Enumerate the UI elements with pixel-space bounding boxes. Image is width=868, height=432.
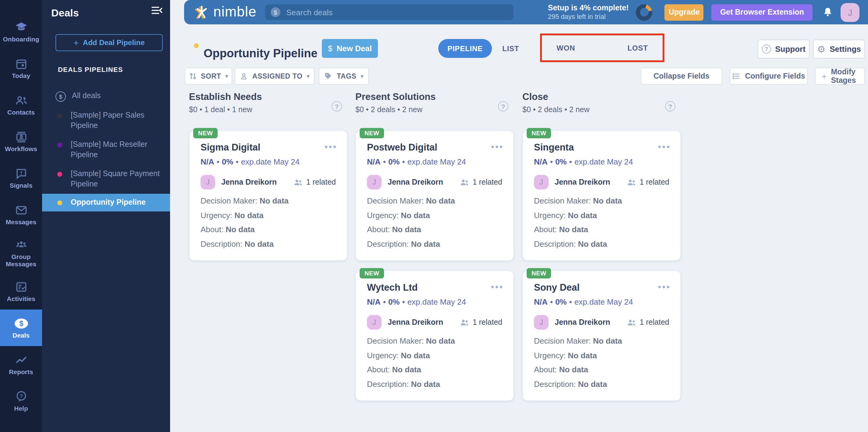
pipeline-label: All deals [72,91,101,101]
deal-fields: Decision Maker: No data Urgency: No data… [534,197,669,248]
sidebar-item-reports[interactable]: Reports [0,346,42,383]
related-contacts[interactable]: 1 related [293,178,336,187]
column-summary: $0 • 2 deals • 2 new [522,105,681,114]
collapse-panel-icon[interactable] [151,5,163,18]
more-options-icon[interactable] [491,142,502,148]
pipeline-item-mac-reseller[interactable]: [Sample] Mac Reseller Pipeline [42,135,170,165]
question-icon: ? [762,44,771,54]
owner-name: Jenna Dreikorn [221,178,277,187]
settings-button[interactable]: ⚙ Settings [813,40,865,59]
collapse-fields-label: Collapse Fields [653,72,709,80]
related-contacts[interactable]: 1 related [627,318,669,327]
person-icon [240,72,248,80]
tab-pipeline[interactable]: PIPELINE [438,39,492,58]
sort-dropdown[interactable]: SORT ▾ [185,68,232,85]
rail-label: Messages [6,219,36,226]
modify-stages-label: Modify Stages [831,68,858,85]
app: Onboarding Today Contacts Workflows Sign… [0,0,868,432]
sidebar-item-signals[interactable]: Signals [0,160,42,196]
column-help-icon[interactable]: ? [665,101,675,111]
related-contacts[interactable]: 1 related [460,318,502,327]
deal-meta: N/A•0%•exp.date May 24 [534,157,669,166]
pipeline-color-dot [57,142,62,147]
pipeline-color-dot [57,113,62,118]
configure-fields-button[interactable]: Configure Fields [730,68,808,85]
people-icon [460,319,470,326]
tab-list[interactable]: LIST [502,39,519,58]
group-icon [14,238,28,252]
new-badge: NEW [193,128,218,138]
sidebar-item-contacts[interactable]: Contacts [0,87,42,123]
related-count: 1 related [306,178,336,187]
sort-label: SORT [201,72,221,80]
related-contacts[interactable]: 1 related [627,178,669,187]
pipeline-label: [Sample] Paper Sales Pipeline [71,110,164,131]
more-options-icon[interactable] [658,282,669,288]
tags-dropdown[interactable]: TAGS ▾ [319,68,369,85]
sidebar-item-messages[interactable]: Messages [0,196,42,233]
deal-card-postweb-digital[interactable]: NEW Postweb Digital N/A•0%•exp.date May … [355,130,514,261]
column-help-icon[interactable]: ? [332,101,342,111]
pipeline-item-opportunity[interactable]: Opportunity Pipeline [42,194,170,211]
support-button[interactable]: ? Support [758,40,809,59]
sidebar-item-today[interactable]: Today [0,50,42,87]
people-icon [14,94,28,107]
more-options-icon[interactable] [491,282,502,288]
rail-label: Help [14,405,28,412]
deal-fields: Decision Maker: No data Urgency: No data… [367,337,502,389]
add-deal-pipeline-button[interactable]: + Add Deal Pipeline [56,34,163,51]
tab-lost[interactable]: LOST [627,43,648,52]
tab-won[interactable]: WON [557,43,575,52]
column-help-icon[interactable]: ? [498,101,508,111]
column-header: Present Solutions $0 • 2 deals • 2 new ? [355,91,514,127]
sidebar-item-activities[interactable]: Activities [0,273,42,309]
pipeline-color-dot [57,200,62,205]
new-badge: NEW [527,268,551,278]
more-options-icon[interactable] [658,142,669,148]
pipelines-section-header: DEALS PIPELINES [58,66,123,73]
deal-name: Singenta [534,142,574,153]
plus-icon: + [822,71,827,81]
deal-meta: N/A•0%•exp.date May 24 [534,297,669,306]
pipeline-item-square-payment[interactable]: [Sample] Square Payment Pipeline [42,165,170,194]
page-title: Opportunity Pipeline [204,46,317,60]
new-deal-button[interactable]: $ New Deal [322,39,378,58]
deal-card-sigma-digital[interactable]: NEW Sigma Digital N/A•0%•exp.date May 24… [189,130,347,261]
owner-name: Jenna Dreikorn [555,318,610,327]
pipeline-item-all-deals[interactable]: $ All deals [42,87,170,106]
pipeline-item-paper-sales[interactable]: [Sample] Paper Sales Pipeline [42,106,170,135]
tag-icon [324,72,333,80]
deal-card-singenta[interactable]: NEW Singenta N/A•0%•exp.date May 24 J Je… [522,130,681,261]
collapse-fields-button[interactable]: Collapse Fields [641,68,722,85]
card-person-icon [14,130,28,144]
sidebar-item-settings-gear[interactable]: ⚙ [0,419,42,432]
deal-fields: Decision Maker: No data Urgency: No data… [367,197,502,248]
graduation-cap-icon [14,21,28,34]
assigned-to-label: ASSIGNED TO [252,72,303,80]
sidebar-item-group-messages[interactable]: Group Messages [0,233,42,273]
sidebar-item-onboarding[interactable]: Onboarding [0,13,42,50]
plus-icon: + [73,38,78,47]
deal-card-sony-deal[interactable]: NEW Sony Deal N/A•0%•exp.date May 24 J J… [522,270,681,401]
column-title: Establish Needs [189,91,347,102]
configure-fields-label: Configure Fields [745,72,805,80]
modify-stages-button[interactable]: + Modify Stages [815,68,865,85]
related-count: 1 related [473,318,502,327]
gear-icon: ⚙ [817,44,825,54]
new-badge: NEW [360,128,384,138]
deal-card-wytech-ltd[interactable]: NEW Wytech Ltd N/A•0%•exp.date May 24 J … [355,270,514,401]
chat-alert-icon [14,167,28,180]
envelope-icon [14,203,28,217]
sidebar-item-workflows[interactable]: Workflows [0,123,42,160]
sidebar-item-help[interactable]: ? Help [0,383,42,419]
sidebar-item-deals[interactable]: $ Deals [0,309,42,346]
pipeline-color-dot [57,172,62,177]
new-badge: NEW [527,128,551,138]
more-options-icon[interactable] [325,142,336,148]
owner-name: Jenna Dreikorn [555,178,610,187]
assigned-to-dropdown[interactable]: ASSIGNED TO ▾ [235,68,314,85]
related-contacts[interactable]: 1 related [460,178,502,187]
checklist-icon [14,280,28,294]
column-title: Close [522,91,681,102]
people-icon [627,319,637,326]
